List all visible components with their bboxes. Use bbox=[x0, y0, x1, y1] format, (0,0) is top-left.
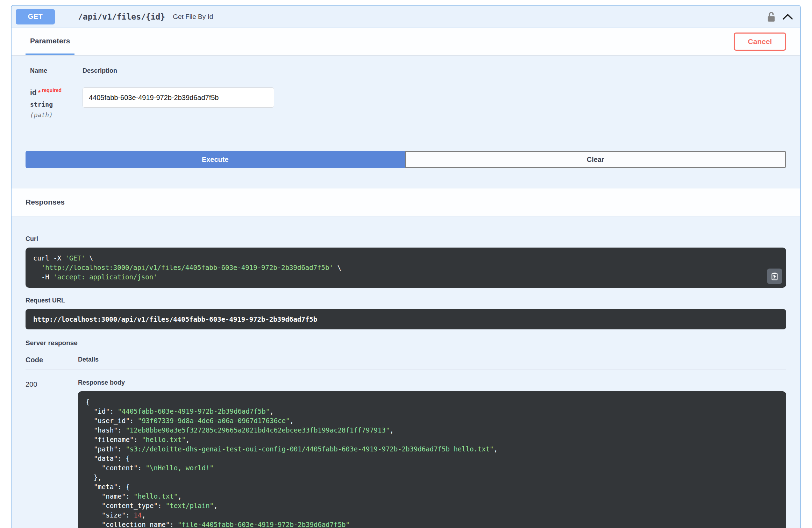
chevron-up-icon bbox=[782, 13, 793, 20]
clipboard-copy-icon bbox=[770, 272, 779, 281]
parameter-description-cell bbox=[83, 87, 782, 119]
parameter-row-id: id*required string (path) bbox=[26, 81, 786, 119]
curl-label: Curl bbox=[26, 235, 786, 243]
parameters-table-header: Name Description bbox=[26, 67, 786, 81]
parameters-body: Name Description id*required string (pat… bbox=[12, 55, 800, 188]
response-details-cell: Response body { "id": "4405fabb-603e-491… bbox=[78, 379, 786, 528]
auth-unlocked-icon[interactable] bbox=[767, 12, 775, 22]
operation-block-get-file-by-id: GET /api/v1/files/{id} Get File By Id Pa… bbox=[11, 5, 801, 528]
http-method-badge: GET bbox=[16, 9, 55, 24]
server-response-table-header: Code Details bbox=[26, 356, 786, 370]
column-header-code: Code bbox=[26, 356, 78, 364]
parameter-name: id*required bbox=[30, 87, 83, 97]
column-header-details: Details bbox=[78, 356, 786, 364]
unlocked-padlock-icon bbox=[767, 12, 775, 22]
cancel-button[interactable]: Cancel bbox=[734, 33, 786, 51]
operation-summary-bar[interactable]: GET /api/v1/files/{id} Get File By Id bbox=[12, 6, 800, 28]
collapse-chevron-up-icon[interactable] bbox=[782, 13, 793, 20]
endpoint-summary: Get File By Id bbox=[173, 13, 213, 21]
parameter-name-cell: id*required string (path) bbox=[30, 87, 83, 119]
status-code: 200 bbox=[26, 379, 78, 528]
parameter-type: string bbox=[30, 101, 83, 108]
request-url-value: http://localhost:3000/api/v1/files/4405f… bbox=[26, 309, 786, 329]
column-header-description: Description bbox=[83, 67, 782, 74]
curl-command: curl -X 'GET' \ 'http://localhost:3000/a… bbox=[26, 248, 786, 288]
column-header-name: Name bbox=[30, 67, 83, 74]
parameters-section-header: Parameters Cancel bbox=[12, 28, 800, 55]
responses-body: Curl curl -X 'GET' \ 'http://localhost:3… bbox=[12, 216, 800, 528]
parameter-location: (path) bbox=[30, 111, 83, 119]
request-url-label: Request URL bbox=[26, 297, 786, 304]
id-parameter-input[interactable] bbox=[83, 87, 274, 108]
responses-section-header: Responses bbox=[12, 188, 800, 216]
server-response-row: 200 Response body { "id": "4405fabb-603e… bbox=[26, 370, 786, 528]
response-body-json: { "id": "4405fabb-603e-4919-972b-2b39d6a… bbox=[78, 391, 786, 528]
curl-wrapper: curl -X 'GET' \ 'http://localhost:3000/a… bbox=[26, 248, 786, 288]
endpoint-path: /api/v1/files/{id} bbox=[78, 12, 165, 21]
parameter-name-text: id bbox=[30, 88, 37, 96]
responses-title: Responses bbox=[26, 198, 65, 206]
execute-row: Execute Clear bbox=[26, 151, 786, 168]
copy-to-clipboard-button[interactable] bbox=[767, 269, 782, 284]
required-label: required bbox=[42, 87, 62, 93]
required-star: * bbox=[38, 89, 41, 96]
tab-parameters[interactable]: Parameters bbox=[26, 28, 74, 55]
clear-button[interactable]: Clear bbox=[405, 151, 786, 168]
server-response-label: Server response bbox=[26, 339, 786, 347]
execute-button[interactable]: Execute bbox=[26, 151, 405, 168]
response-body-label: Response body bbox=[78, 379, 786, 386]
